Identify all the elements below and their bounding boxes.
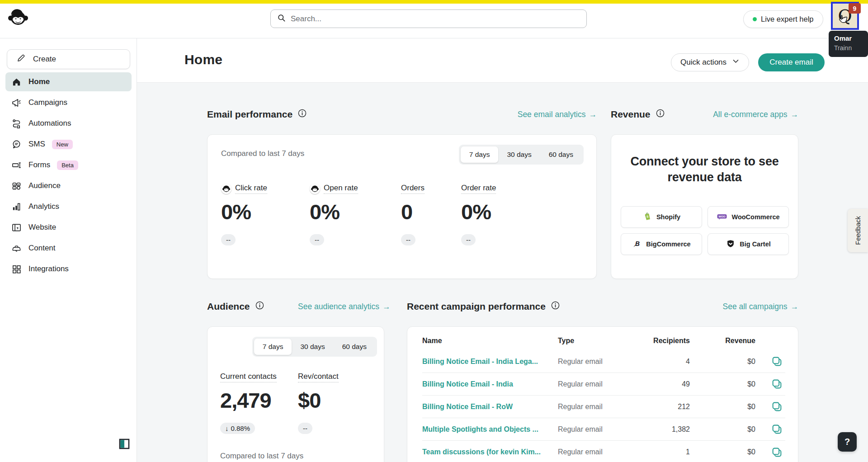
create-button[interactable]: Create [7, 49, 130, 69]
info-icon[interactable] [551, 301, 560, 312]
svg-text:WOO: WOO [719, 215, 726, 217]
campaign-name-link[interactable]: Multiple Spotlights and Objects ... [422, 425, 558, 434]
online-status-dot [753, 17, 757, 21]
sidebar-item-integrations[interactable]: Integrations [5, 259, 132, 278]
see-email-analytics-link[interactable]: See email analytics → [518, 110, 597, 119]
sidebar-item-label: Content [28, 244, 56, 253]
store-label: WooCommerce [731, 213, 779, 221]
collapse-sidebar-toggle[interactable] [118, 438, 130, 450]
quick-actions-button[interactable]: Quick actions [671, 53, 749, 71]
sidebar-item-label: SMS [28, 140, 45, 149]
woocommerce-icon: WOO [717, 211, 727, 223]
megaphone-icon [11, 97, 22, 108]
metric-label[interactable]: Current contacts [220, 372, 277, 382]
metric-delta-pill: -- [461, 234, 476, 245]
campaign-type: Regular email [558, 358, 644, 366]
email-performance-heading: Email performance [207, 108, 307, 120]
sidebar-item-forms[interactable]: Forms Beta [5, 156, 132, 174]
sidebar-item-analytics[interactable]: Analytics [5, 197, 132, 216]
link-label: See audience analytics [298, 302, 379, 311]
metric-label[interactable]: Rev/contact [298, 372, 339, 382]
duplicate-icon[interactable] [771, 424, 783, 435]
metric-delta-pill: ↓ 0.88% [220, 423, 255, 434]
sidebar-item-content[interactable]: Content [5, 239, 132, 258]
mouse-cursor [837, 14, 849, 28]
tab-7-days[interactable]: 7 days [461, 146, 499, 163]
campaign-revenue: $0 [690, 358, 755, 366]
link-label: All e-commerce apps [713, 110, 787, 119]
account-tooltip: Omar Trainn [829, 31, 868, 57]
tab-30-days[interactable]: 30 days [292, 339, 333, 355]
sidebar-item-audience[interactable]: Audience [5, 176, 132, 195]
all-ecommerce-apps-link[interactable]: All e-commerce apps → [713, 110, 798, 119]
sidebar-item-website[interactable]: Website [5, 218, 132, 237]
table-body: Billing Notice Email - India Lega... Reg… [422, 350, 785, 462]
tab-7-days[interactable]: 7 days [254, 339, 292, 355]
sidebar-item-label: Automations [28, 119, 71, 128]
create-email-button[interactable]: Create email [758, 53, 825, 71]
metric-value: 0% [221, 199, 310, 224]
column-recipients: Recipients [644, 337, 690, 345]
campaign-name-link[interactable]: Team discussions (for kevin Kim... [422, 448, 558, 456]
store-grid: S Shopify WOO WooCommerce B BigCommerce … [621, 206, 789, 255]
table-header: Name Type Recipients Revenue [422, 337, 785, 345]
campaign-name-link[interactable]: Billing Notice Email - RoW [422, 403, 558, 411]
sidebar-item-label: Analytics [28, 202, 59, 211]
shopify-button[interactable]: S Shopify [621, 206, 702, 228]
tab-30-days[interactable]: 30 days [498, 146, 540, 163]
sidebar-item-campaigns[interactable]: Campaigns [5, 93, 132, 112]
browser-window-icon [11, 222, 22, 233]
mailchimp-logo[interactable] [7, 6, 29, 28]
table-row: Billing Notice Email - India Regular ema… [422, 373, 785, 396]
tab-60-days[interactable]: 60 days [334, 339, 375, 355]
link-label: See all campaigns [723, 302, 788, 311]
metric-value: 0 [401, 199, 461, 224]
audience-range-tabs: 7 days 30 days 60 days [252, 337, 377, 357]
revenue-heading: Revenue [611, 108, 665, 120]
search-input[interactable] [291, 14, 580, 24]
sidebar-item-sms[interactable]: SMS New [5, 135, 132, 154]
campaign-name-link[interactable]: Billing Notice Email - India Lega... [422, 358, 558, 366]
bigcartel-button[interactable]: Big Cartel [708, 233, 789, 255]
metric-label[interactable]: Click rate [235, 184, 267, 194]
campaign-revenue: $0 [690, 425, 755, 434]
campaign-name-link[interactable]: Billing Notice Email - India [422, 380, 558, 388]
see-all-campaigns-link[interactable]: See all campaigns → [723, 302, 799, 311]
sidebar-item-label: Website [28, 223, 56, 232]
metric-delta-pill: -- [221, 234, 236, 245]
tab-60-days[interactable]: 60 days [540, 146, 582, 163]
see-audience-analytics-link[interactable]: See audience analytics → [298, 302, 390, 311]
bigcommerce-icon: B [632, 239, 642, 250]
live-expert-help-button[interactable]: Live expert help [743, 10, 823, 28]
arrow-right-icon: → [589, 110, 597, 119]
help-button[interactable]: ? [838, 432, 857, 452]
sidebar-item-automations[interactable]: Automations [5, 114, 132, 133]
global-search[interactable] [270, 9, 587, 28]
info-icon[interactable] [255, 301, 264, 312]
sidebar-item-home[interactable]: Home [5, 72, 132, 91]
column-revenue: Revenue [690, 337, 755, 345]
duplicate-icon[interactable] [771, 447, 783, 458]
duplicate-icon[interactable] [771, 401, 783, 412]
duplicate-icon[interactable] [771, 378, 783, 390]
recent-campaign-heading: Recent campaign performance [407, 301, 560, 312]
topbar: Live expert help [0, 4, 868, 38]
bigcommerce-button[interactable]: B BigCommerce [621, 233, 702, 255]
notification-count-badge: 9 [849, 3, 861, 14]
metric-label[interactable]: Orders [401, 184, 425, 194]
duplicate-icon[interactable] [771, 356, 783, 367]
campaign-recipients: 4 [644, 358, 690, 366]
people-icon [11, 180, 22, 191]
campaign-table-card: Name Type Recipients Revenue Billing Not… [407, 326, 798, 462]
feedback-tab[interactable]: Feedback [848, 209, 868, 252]
metric-label[interactable]: Open rate [324, 184, 358, 194]
form-field-icon [11, 160, 22, 170]
content-icon [11, 243, 22, 254]
table-row: Billing Notice Email - RoW Regular email… [422, 396, 785, 418]
woocommerce-button[interactable]: WOO WooCommerce [708, 206, 789, 228]
info-icon[interactable] [656, 108, 665, 120]
metric-label[interactable]: Order rate [461, 184, 496, 194]
store-label: BigCommerce [646, 240, 690, 248]
revenue-card: Connect your store to see revenue data S… [611, 134, 798, 279]
info-icon[interactable] [297, 108, 307, 120]
